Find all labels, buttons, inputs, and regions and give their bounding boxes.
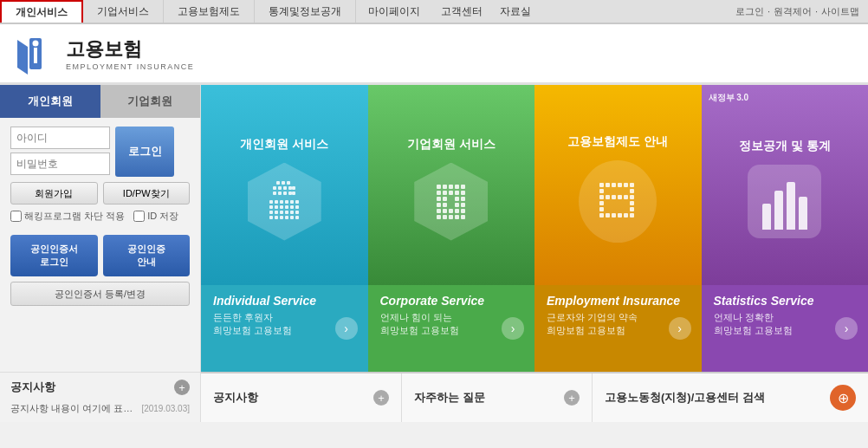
nav-item-insurance[interactable]: 고용보험제도: [164, 0, 255, 23]
individual-service-sub1: 든든한 후원자: [213, 311, 356, 324]
checkbox-row: 해킹프로그램 차단 적용 ID 저장: [10, 210, 190, 223]
cert-register-section: 공인인증서 등록/변경: [0, 282, 200, 306]
svg-rect-60: [443, 209, 447, 213]
employment-service-title: Employment Insurance: [547, 294, 690, 308]
nav-item-mypage[interactable]: 마이페이지: [356, 0, 432, 23]
cert-guide-button[interactable]: 공인인증 안내: [103, 235, 191, 276]
nav-item-corporate[interactable]: 기업서비스: [83, 0, 164, 23]
tile-corporate-arrow[interactable]: ›: [502, 317, 524, 340]
svg-rect-59: [437, 209, 441, 213]
bar-4: [799, 197, 807, 230]
svg-rect-31: [280, 211, 283, 214]
svg-rect-58: [461, 203, 465, 207]
svg-rect-39: [290, 216, 294, 219]
svg-rect-88: [606, 213, 610, 218]
svg-rect-80: [618, 195, 622, 199]
login-link[interactable]: 로그인: [735, 5, 764, 18]
svg-rect-51: [437, 197, 441, 201]
corporate-service-sub1: 언제나 힘이 되는: [380, 311, 523, 324]
svg-rect-78: [606, 195, 610, 199]
tile-individual-top: 개인회원 서비스: [201, 85, 368, 285]
tile-employment-arrow[interactable]: ›: [669, 317, 691, 340]
svg-rect-50: [461, 191, 465, 195]
tile-individual[interactable]: 개인회원 서비스: [201, 85, 368, 372]
notice-bottom: 공지사항 +: [201, 373, 402, 422]
cert-section: 공인인증서 로그인 공인인증 안내: [10, 235, 190, 276]
top-nav-right: 로그인 · 원격제어 · 사이트맵: [735, 5, 868, 18]
svg-rect-16: [292, 192, 295, 195]
svg-rect-66: [449, 215, 453, 219]
faq-section[interactable]: 자주하는 질문 +: [402, 373, 593, 422]
sep2: ·: [815, 6, 818, 16]
bottom-bar: 공지사항 + 자주하는 질문 + 고용노동청(지청)/고용센터 검색 ⊕: [201, 372, 868, 422]
tab-personal[interactable]: 개인회원: [0, 85, 100, 118]
svg-rect-69: [599, 183, 604, 187]
svg-rect-14: [283, 192, 287, 195]
statistics-service-title: Statistics Service: [714, 294, 857, 308]
tile-corporate-title-kor: 기업회원 서비스: [407, 137, 496, 153]
search-icon-circle[interactable]: ⊕: [830, 385, 856, 411]
svg-rect-61: [449, 209, 453, 213]
notice-section: 공지사항 +: [0, 372, 200, 402]
employment-service-sub1: 근로자와 기업의 약속: [547, 311, 690, 324]
statistics-icon: [748, 165, 821, 238]
register-button[interactable]: 회원가입: [10, 182, 98, 205]
login-button[interactable]: 로그인: [115, 127, 174, 177]
svg-rect-20: [285, 200, 288, 204]
svg-rect-11: [292, 186, 295, 190]
logo-icon: [17, 33, 59, 75]
svg-rect-92: [630, 213, 634, 218]
svg-rect-72: [618, 183, 622, 187]
logo[interactable]: 고용보험 EMPLOYMENT INSURANCE: [17, 33, 194, 75]
tile-corporate[interactable]: 기업회원 서비스: [368, 85, 535, 372]
svg-rect-82: [630, 195, 634, 199]
svg-rect-43: [449, 185, 453, 189]
tile-statistics-arrow[interactable]: ›: [835, 317, 858, 340]
bar-2: [774, 191, 783, 230]
employment-icon: [579, 160, 657, 243]
nav-item-resources[interactable]: 자료실: [491, 0, 540, 23]
notice-label: 공지사항: [10, 380, 55, 395]
svg-rect-12: [273, 192, 276, 195]
cert-register-button[interactable]: 공인인증서 등록/변경: [10, 282, 190, 306]
sidebar: 개인회원 기업회원 로그인 회원가입 ID/PW찾기 해킹프로그램 차단 적용: [0, 85, 201, 422]
hack-check-label[interactable]: 해킹프로그램 차단 적용: [10, 210, 125, 223]
logo-english: EMPLOYMENT INSURANCE: [66, 62, 194, 71]
tile-individual-arrow[interactable]: ›: [335, 317, 358, 340]
svg-rect-48: [449, 191, 453, 195]
nav-item-support[interactable]: 고객센터: [432, 0, 491, 23]
tile-statistics[interactable]: 새정부 3.0 정보공개 및 통계 Statistics Service: [702, 85, 869, 372]
corporate-service-title: Corporate Service: [380, 294, 523, 308]
tile-employment[interactable]: 고용보험제도 안내: [534, 85, 702, 372]
faq-plus[interactable]: +: [564, 390, 580, 406]
svg-rect-84: [630, 201, 634, 205]
id-input[interactable]: [10, 127, 110, 149]
svg-rect-36: [275, 216, 278, 219]
svg-marker-0: [17, 40, 28, 75]
sitemap-link[interactable]: 사이트맵: [821, 5, 859, 18]
svg-rect-54: [461, 197, 465, 201]
notice-plus-button[interactable]: +: [174, 380, 190, 395]
notice-bottom-label: 공지사항: [213, 390, 258, 406]
individual-icon: [248, 163, 321, 241]
nav-item-stats[interactable]: 통계및정보공개: [255, 0, 356, 23]
pw-input[interactable]: [10, 153, 110, 175]
find-pw-button[interactable]: ID/PW찾기: [103, 182, 191, 205]
id-save-label[interactable]: ID 저장: [133, 210, 178, 223]
tab-corporate[interactable]: 기업회원: [100, 85, 201, 118]
svg-rect-30: [275, 211, 278, 214]
remote-link[interactable]: 원격제어: [774, 5, 812, 18]
svg-rect-19: [280, 200, 283, 204]
tile-statistics-bottom: Statistics Service 언제나 정확한 희망보험 고용보험 ›: [702, 285, 869, 372]
hack-checkbox[interactable]: [10, 211, 22, 222]
svg-rect-41: [437, 185, 441, 189]
svg-rect-44: [455, 185, 459, 189]
svg-rect-33: [290, 211, 294, 214]
id-save-checkbox[interactable]: [133, 211, 145, 222]
notice-bottom-plus[interactable]: +: [373, 390, 389, 406]
nav-item-personal[interactable]: 개인서비스: [0, 0, 83, 23]
logo-bar: 고용보험 EMPLOYMENT INSURANCE: [0, 24, 868, 85]
svg-rect-87: [599, 213, 604, 218]
cert-login-button[interactable]: 공인인증서 로그인: [10, 235, 98, 276]
svg-rect-71: [612, 183, 616, 187]
